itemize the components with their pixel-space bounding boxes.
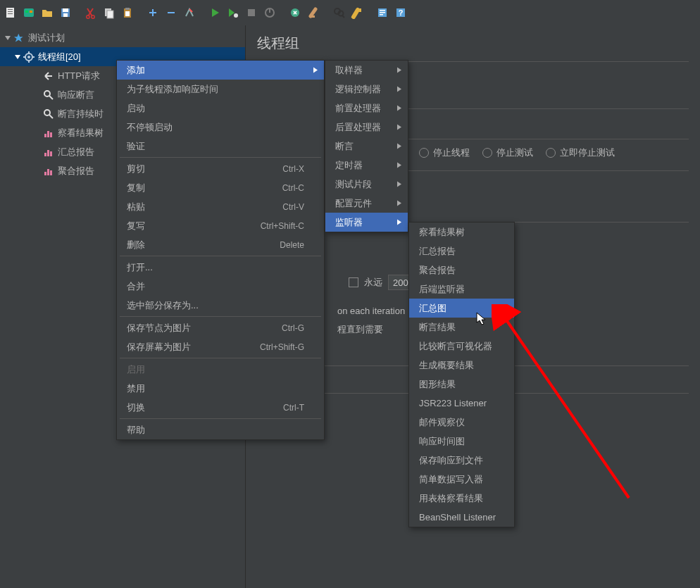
menu-summary[interactable]: 汇总报告	[409, 242, 514, 261]
toggle-icon[interactable]	[182, 5, 197, 20]
run-icon[interactable]	[207, 5, 223, 20]
menu-duplicate[interactable]: 复写Ctrl+Shift-C	[117, 216, 324, 235]
radio-stop-now[interactable]: 立即停止测试	[546, 146, 615, 159]
svg-rect-13	[107, 11, 113, 18]
collapse-icon[interactable]	[163, 5, 179, 20]
assert-icon	[42, 89, 55, 101]
menu-separator	[120, 358, 321, 358]
forever-checkbox[interactable]	[349, 277, 358, 287]
menu-mailer[interactable]: 邮件观察仪	[409, 413, 514, 432]
menu-backend[interactable]: 后端监听器	[409, 280, 514, 299]
svg-rect-5	[25, 11, 28, 13]
new-file-icon[interactable]	[3, 5, 18, 20]
menu-separator	[120, 157, 321, 158]
paste-icon[interactable]	[120, 5, 135, 20]
svg-rect-46	[44, 172, 46, 175]
menu-start-no-pause[interactable]: 不停顿启动	[117, 118, 324, 137]
menu-save-node-img[interactable]: 保存节点为图片Ctrl-G	[117, 318, 324, 337]
menu-beanshell[interactable]: BeanShell Listener	[409, 508, 514, 527]
svg-rect-48	[50, 170, 52, 175]
menu-resp-time[interactable]: 响应时间图	[409, 432, 514, 451]
menu-cut[interactable]: 剪切Ctrl-X	[117, 159, 324, 178]
submenu-arrow-icon	[396, 65, 402, 75]
svg-rect-43	[44, 153, 46, 156]
help-icon[interactable]: ?	[393, 5, 408, 20]
menu-save-sel[interactable]: 选中部分保存为...	[117, 296, 324, 315]
context-menu-main: 添加 为子线程添加响应时间 启动 不停顿启动 验证 剪切Ctrl-X 复制Ctr…	[116, 60, 325, 440]
request-icon	[42, 70, 55, 82]
menu-config[interactable]: 配置元件	[325, 194, 408, 213]
stop-icon[interactable]	[244, 5, 259, 20]
save-icon[interactable]	[58, 5, 73, 20]
svg-rect-20	[269, 8, 270, 13]
menu-validate[interactable]: 验证	[117, 137, 324, 156]
menu-compare[interactable]: 比较断言可视化器	[409, 337, 514, 356]
menu-open[interactable]: 打开...	[117, 258, 324, 277]
clear-all-icon[interactable]	[306, 5, 321, 20]
tree-root[interactable]: 测试计划	[0, 28, 245, 47]
menu-simple-writer[interactable]: 简单数据写入器	[409, 470, 514, 489]
context-menu-listener: 察看结果树 汇总报告 聚合报告 后端监听器 汇总图 断言结果 比较断言可视化器 …	[408, 222, 515, 527]
menu-sampler[interactable]: 取样器	[325, 61, 408, 80]
templates-icon[interactable]	[21, 5, 37, 20]
svg-rect-44	[47, 150, 49, 156]
svg-rect-15	[125, 8, 130, 10]
menu-paste[interactable]: 粘贴Ctrl-V	[117, 197, 324, 216]
menu-table-view[interactable]: 用表格察看结果	[409, 489, 514, 508]
functions-icon[interactable]	[375, 5, 390, 20]
panel-title: 线程组	[257, 34, 689, 53]
open-icon[interactable]	[39, 5, 55, 20]
menu-delete[interactable]: 删除Delete	[117, 235, 324, 254]
clear-icon[interactable]	[287, 5, 303, 20]
search-icon[interactable]	[331, 5, 346, 20]
expand-chevron-icon[interactable]	[3, 33, 13, 43]
menu-disable[interactable]: 禁用	[117, 379, 324, 398]
menu-fragment[interactable]: 测试片段	[325, 175, 408, 194]
menu-post[interactable]: 后置处理器	[325, 118, 408, 137]
menu-listener[interactable]: 监听器	[325, 213, 408, 232]
menu-separator	[120, 418, 321, 419]
svg-rect-45	[50, 151, 52, 156]
menu-assert[interactable]: 断言	[325, 137, 408, 156]
svg-rect-40	[44, 134, 46, 137]
menu-gen-summary[interactable]: 生成概要结果	[409, 356, 514, 375]
svg-rect-8	[63, 8, 68, 12]
menu-start[interactable]: 启动	[117, 99, 324, 118]
testplan-icon	[13, 32, 25, 44]
menu-aggregate[interactable]: 聚合报告	[409, 261, 514, 280]
shutdown-icon[interactable]	[262, 5, 277, 20]
menu-add[interactable]: 添加	[117, 61, 324, 80]
menu-help[interactable]: 帮助	[117, 420, 324, 439]
cut-icon[interactable]	[83, 5, 99, 20]
menu-assert-res[interactable]: 断言结果	[409, 318, 514, 337]
menu-toggle[interactable]: 切换Ctrl-T	[117, 398, 324, 417]
menu-add-think[interactable]: 为子线程添加响应时间	[117, 80, 324, 99]
submenu-arrow-icon	[396, 198, 402, 208]
reset-search-icon[interactable]	[349, 5, 365, 20]
radio-stop-thread[interactable]: 停止线程	[419, 146, 470, 159]
menu-separator	[120, 316, 321, 317]
menu-jsr223[interactable]: JSR223 Listener	[409, 394, 514, 413]
menu-agg-graph[interactable]: 汇总图	[409, 299, 514, 318]
menu-merge[interactable]: 合并	[117, 277, 324, 296]
tree-child-label: 断言持续时	[58, 108, 104, 120]
svg-rect-16	[125, 11, 130, 16]
menu-pre[interactable]: 前置处理器	[325, 99, 408, 118]
svg-point-38	[44, 91, 50, 96]
copy-icon[interactable]	[101, 5, 117, 20]
menu-view-tree[interactable]: 察看结果树	[409, 223, 514, 242]
expand-icon[interactable]	[145, 5, 161, 20]
run-no-pause-icon[interactable]	[225, 5, 241, 20]
expand-chevron-icon[interactable]	[13, 52, 23, 62]
menu-logic[interactable]: 逻辑控制器	[325, 80, 408, 99]
chart-icon	[42, 146, 55, 158]
radio-stop-test[interactable]: 停止测试	[482, 146, 533, 159]
svg-rect-9	[63, 13, 68, 17]
menu-copy[interactable]: 复制Ctrl-C	[117, 178, 324, 197]
assert-icon	[42, 108, 55, 120]
menu-graph-res[interactable]: 图形结果	[409, 375, 514, 394]
menu-save-file[interactable]: 保存响应到文件	[409, 451, 514, 470]
svg-rect-2	[8, 11, 13, 12]
menu-save-screen-img[interactable]: 保存屏幕为图片Ctrl+Shift-G	[117, 337, 324, 356]
menu-timer[interactable]: 定时器	[325, 156, 408, 175]
